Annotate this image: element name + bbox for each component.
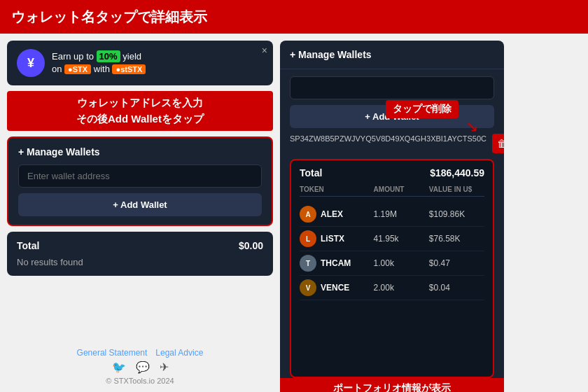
wallet-address-input[interactable] (18, 164, 262, 188)
total-label: Total (17, 240, 39, 251)
delete-annotation: タップで削除 (386, 100, 458, 118)
token-name-0: ALEX (321, 209, 343, 219)
value-cell-1: $76.58K (429, 234, 484, 244)
footer-link-general[interactable]: General Statement (77, 348, 148, 358)
annotation-line1: ウォレットアドレスを入力 (14, 95, 266, 111)
right-search-input[interactable] (290, 76, 494, 99)
delete-icon: 🗑 (497, 138, 504, 149)
promo-highlight: 10% (97, 50, 120, 62)
portfolio-table-header: TOKEN AMOUNT VALUE IN U$ (300, 186, 484, 197)
telegram-icon[interactable]: ✈ (160, 360, 169, 374)
social-icons: 🐦 💬 ✈ (7, 360, 273, 374)
token-cell-0: A ALEX (300, 206, 374, 223)
promo-card: ¥ Earn up to 10% yield on ●STX with ●stS… (7, 41, 273, 85)
token-name-2: THCAM (321, 258, 351, 268)
footer-links: General Statement Legal Advice (7, 345, 273, 358)
total-section: Total $0.00 No results found (7, 232, 273, 276)
add-wallet-button[interactable]: + Add Wallet (18, 193, 262, 216)
token-name-3: VENCE (321, 283, 349, 293)
discord-icon[interactable]: 💬 (136, 360, 150, 374)
portfolio-row: V VENCE 2.00k $0.04 (300, 276, 484, 300)
twitter-icon[interactable]: 🐦 (112, 360, 126, 374)
value-cell-3: $0.04 (429, 283, 484, 293)
value-cell-2: $0.47 (429, 258, 484, 268)
delete-annotation-text: タップで削除 (393, 103, 451, 114)
manage-wallets-header: + Manage Wallets (18, 146, 262, 158)
annotation-line2: その後Add Walletをタップ (14, 111, 266, 127)
portfolio-rows: A ALEX 1.19M $109.86K L LiSTX 41.95k $76… (300, 202, 484, 300)
top-banner-text: ウォレット名タップで詳細表示 (11, 8, 207, 27)
token-cell-1: L LiSTX (300, 230, 374, 247)
value-cell-0: $109.86K (429, 209, 484, 219)
col-token: TOKEN (300, 186, 374, 193)
portfolio-annotation: ポートフォリオ情報が表示 (280, 378, 504, 392)
token-name-1: LiSTX (321, 234, 344, 244)
right-manage-wallets-title: + Manage Wallets (290, 49, 372, 60)
annotation-box-left: ウォレットアドレスを入力 その後Add Walletをタップ (7, 91, 273, 131)
token-icon-2: T (300, 255, 316, 272)
col-value: VALUE IN U$ (429, 186, 484, 193)
add-wallet-label: + Add Wallet (113, 200, 167, 210)
token-cell-2: T THCAM (300, 255, 374, 272)
total-value: $0.00 (239, 240, 263, 251)
total-row: Total $0.00 (17, 240, 263, 251)
wallet-address-text: SP34ZW8B5PZWJVYQ5V8D49XQ4GH3XBI1AYCTS50C (290, 134, 486, 144)
right-outer: タップで削除 ↘ + Manage Wallets + Add Wallet S… (280, 34, 518, 392)
portfolio-card: Total $186,440.59 TOKEN AMOUNT VALUE IN … (290, 159, 494, 378)
portfolio-row: L LiSTX 41.95k $76.58K (300, 227, 484, 251)
amount-cell-0: 1.19M (374, 209, 429, 219)
promo-with: with (94, 64, 113, 74)
stx-logo: ¥ (17, 49, 45, 77)
promo-on: on (52, 64, 64, 74)
col-amount: AMOUNT (374, 186, 429, 193)
promo-earn: Earn up to (52, 51, 97, 62)
portfolio-total-row: Total $186,440.59 (300, 167, 484, 178)
delete-wallet-button[interactable]: 🗑 (492, 134, 504, 153)
footer: General Statement Legal Advice 🐦 💬 ✈ © S… (7, 345, 273, 385)
arrow-to-delete-icon: ↘ (465, 118, 478, 136)
amount-cell-2: 1.00k (374, 258, 429, 268)
portfolio-total-label: Total (300, 167, 322, 178)
footer-link-legal[interactable]: Legal Advice (155, 348, 203, 358)
promo-close-button[interactable]: × (262, 45, 267, 56)
left-panel: ¥ Earn up to 10% yield on ●STX with ●stS… (0, 34, 280, 392)
token-icon-1: L (300, 230, 316, 247)
portfolio-total-value: $186,440.59 (430, 167, 484, 178)
portfolio-row: T THCAM 1.00k $0.47 (300, 251, 484, 276)
manage-wallets-section: + Manage Wallets + Add Wallet (7, 136, 273, 226)
amount-cell-1: 41.95k (374, 234, 429, 244)
right-panel: + Manage Wallets + Add Wallet SP34ZW8B5P… (280, 41, 504, 392)
wallet-address-row: SP34ZW8B5PZWJVYQ5V8D49XQ4GH3XBI1AYCTS50C… (290, 134, 494, 153)
manage-wallets-title: + Manage Wallets (18, 146, 100, 158)
token-cell-3: V VENCE (300, 279, 374, 296)
promo-text: Earn up to 10% yield on ●STX with ●stSTX (52, 50, 146, 76)
token-icon-0: A (300, 206, 316, 223)
promo-stx1: ●STX (64, 64, 91, 74)
right-panel-header: + Manage Wallets (280, 41, 504, 69)
token-icon-3: V (300, 279, 316, 296)
amount-cell-3: 2.00k (374, 283, 429, 293)
no-results-text: No results found (17, 257, 263, 267)
copyright: © STXTools.io 2024 (7, 377, 273, 385)
promo-stx2: ●stSTX (112, 64, 146, 74)
promo-yield: yield (122, 51, 141, 62)
portfolio-annotation-text: ポートフォリオ情報が表示 (333, 382, 451, 392)
top-banner: ウォレット名タップで詳細表示 (0, 0, 588, 34)
portfolio-row: A ALEX 1.19M $109.86K (300, 202, 484, 227)
